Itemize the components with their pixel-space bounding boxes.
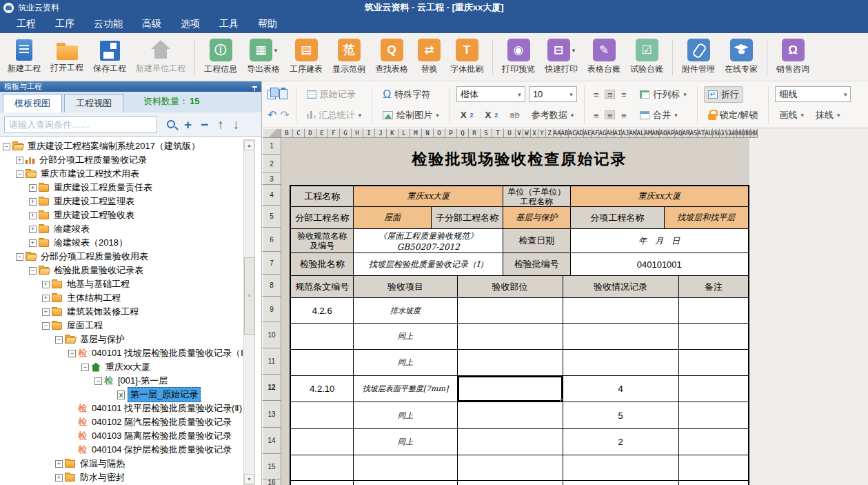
tree-item[interactable]: −检[001]-第一层	[0, 374, 261, 388]
row-header[interactable]: 11	[262, 348, 281, 375]
export-table-button[interactable]: ▦▾导出表格	[242, 37, 285, 77]
doc-cell[interactable]: 同上	[354, 350, 457, 376]
doc-cell[interactable]	[679, 402, 748, 429]
column-header[interactable]: N	[422, 128, 434, 138]
doc-cell[interactable]	[291, 324, 354, 350]
column-header[interactable]: M	[410, 128, 422, 138]
row-header[interactable]: 2	[262, 155, 281, 173]
scroll-down-icon[interactable]: ▼	[244, 474, 254, 484]
doc-header-cell[interactable]: 备注	[679, 276, 748, 298]
save-project-button[interactable]: 保存工程	[88, 38, 131, 76]
tree-expander-icon[interactable]: +	[55, 460, 63, 468]
selected-cell[interactable]	[458, 376, 563, 402]
new-unit-project-button[interactable]: 新建单位工程	[131, 38, 190, 76]
dropdown-arrow-icon[interactable]: ▾	[274, 47, 278, 54]
doc-cell[interactable]: 040101001	[571, 253, 748, 276]
collapse-all-icon[interactable]: −	[201, 118, 208, 131]
tree-expander-icon[interactable]: −	[42, 322, 50, 330]
table-ledger-button[interactable]: ✎表格台账	[583, 37, 625, 77]
doc-cell[interactable]: 基层与保护	[503, 207, 570, 229]
tree-scrollbar[interactable]: ▲ ≡ ▼	[243, 139, 255, 485]
column-header[interactable]: V	[516, 128, 523, 138]
doc-cell[interactable]: 屋面	[354, 207, 431, 229]
tree-expander-icon[interactable]: +	[29, 184, 37, 192]
replace-button[interactable]: ⇄替换	[413, 37, 445, 77]
doc-cell[interactable]: 重庆xx大厦	[571, 186, 748, 207]
tree-item[interactable]: +重庆建设工程质量责任表	[0, 181, 261, 195]
doc-cell[interactable]: 找坡层表面平整度[7mm]	[354, 376, 457, 402]
menu-item-5[interactable]: 选项	[171, 16, 210, 32]
tree-item[interactable]: 检040101 找平层检验批质量验收记录(Ⅱ)	[0, 402, 261, 415]
font-size-select[interactable]: 10▾	[529, 86, 577, 102]
column-header[interactable]: AT	[698, 128, 705, 138]
doc-cell[interactable]	[679, 324, 748, 350]
doc-cell[interactable]: 检验批编号	[503, 253, 570, 276]
doc-cell[interactable]: 检查日期	[503, 229, 570, 253]
column-header[interactable]: S	[481, 128, 492, 138]
doc-cell[interactable]: 同上	[354, 324, 457, 350]
column-header[interactable]: G	[340, 128, 352, 138]
tree-item[interactable]: +保温与隔热	[0, 457, 261, 471]
print-preview-button[interactable]: ◉打印预览	[497, 37, 540, 77]
copy-icon[interactable]	[268, 90, 276, 99]
doc-cell[interactable]	[563, 298, 679, 324]
tree-expander-icon[interactable]: −	[94, 377, 102, 385]
doc-cell[interactable]	[563, 324, 679, 350]
expand-all-icon[interactable]: +	[184, 118, 192, 131]
strikethrough-button[interactable]: ab	[505, 108, 523, 122]
row-header[interactable]: 7	[262, 252, 281, 275]
doc-cell[interactable]	[563, 481, 679, 485]
column-header[interactable]: AC	[569, 128, 576, 138]
doc-cell[interactable]	[679, 350, 748, 376]
column-header[interactable]: AK	[629, 128, 637, 138]
doc-cell[interactable]	[563, 455, 679, 481]
font-family-select[interactable]: 楷体▾	[456, 86, 525, 102]
column-header[interactable]: Z	[546, 128, 554, 138]
doc-cell[interactable]	[458, 324, 563, 350]
tab-project-view[interactable]: 工程视图	[64, 94, 123, 112]
doc-cell[interactable]: 4	[563, 376, 679, 402]
column-header[interactable]: AP	[667, 128, 675, 138]
select-all-corner[interactable]	[262, 128, 281, 138]
tree-item[interactable]: +重庆建设工程监理表	[0, 195, 261, 208]
doc-header-cell[interactable]: 验收情况记录	[563, 276, 679, 298]
find-table-button[interactable]: Q查找表格	[370, 37, 413, 77]
menu-item-6[interactable]: 工具	[210, 16, 248, 32]
tree-item[interactable]: −重庆建设工程档案编制系统2017（建筑版）	[0, 139, 261, 153]
align-middle-icon[interactable]: ≡	[605, 90, 615, 99]
search-icon[interactable]	[167, 120, 175, 128]
tree-item[interactable]: +地基与基础工程	[0, 277, 261, 291]
redo-icon[interactable]: ↷	[280, 110, 289, 121]
column-header[interactable]: W	[523, 128, 531, 138]
tree-item[interactable]: X第一层_原始记录	[0, 388, 261, 402]
doc-cell[interactable]	[679, 481, 748, 485]
row-header[interactable]: 5	[262, 206, 281, 228]
tree-expander-icon[interactable]: −	[29, 267, 37, 275]
open-project-button[interactable]: 打开工程	[46, 39, 88, 75]
doc-cell[interactable]: 子分部工程名称	[432, 207, 503, 229]
column-header[interactable]: I	[363, 128, 375, 138]
lock-unlock-button[interactable]: 锁定/解锁	[704, 107, 763, 123]
column-header[interactable]: U	[504, 128, 516, 138]
tree-item[interactable]: 检040102 隔汽层检验批质量验收记录	[0, 415, 261, 429]
doc-cell[interactable]	[563, 350, 679, 376]
doc-cell[interactable]: 年 月 日	[571, 229, 748, 253]
column-header[interactable]: B	[281, 128, 293, 138]
test-ledger-button[interactable]: ☑试验台账	[625, 37, 668, 77]
tree-item[interactable]: −重庆xx大厦	[0, 360, 261, 374]
align-left-icon[interactable]: ≡	[591, 110, 601, 119]
tree-item[interactable]: +重庆建设工程验收表	[0, 208, 261, 222]
doc-cell[interactable]: 验收规范名称及编号	[291, 229, 354, 253]
doc-cell[interactable]	[291, 350, 354, 376]
tab-template-view[interactable]: 模板视图	[3, 94, 62, 112]
tree-expander-icon[interactable]: +	[29, 212, 37, 219]
scrollbar-thumb[interactable]: ≡	[244, 257, 254, 335]
column-header[interactable]: O	[434, 128, 445, 138]
align-right-icon[interactable]: ≡	[618, 110, 629, 119]
move-down-icon[interactable]: ↓	[233, 118, 240, 131]
tree-expander-icon[interactable]: −	[16, 253, 23, 261]
column-header[interactable]: AG	[599, 128, 607, 138]
row-header[interactable]: 15	[262, 454, 281, 479]
row-header[interactable]: 14	[262, 428, 281, 454]
tree-expander-icon[interactable]: −	[3, 143, 10, 150]
